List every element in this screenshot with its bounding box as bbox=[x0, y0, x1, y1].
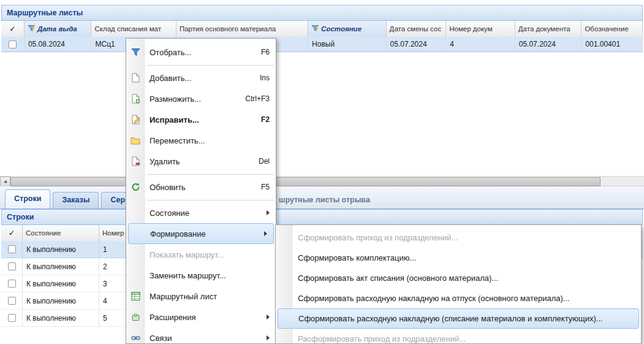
submenu-item-unform-receipt-from-divisions: Расформировать приход из подразделений..… bbox=[276, 329, 641, 344]
submenu-arrow-icon bbox=[267, 315, 270, 319]
cell-value: 2 bbox=[103, 262, 107, 271]
column-label: Номер докум bbox=[449, 25, 492, 32]
cell-value: Новый bbox=[312, 40, 335, 48]
horizontal-scrollbar[interactable]: ◄ bbox=[0, 176, 644, 186]
line-cell-col-line-state: К выполнению bbox=[23, 310, 99, 326]
menu-item-filter[interactable]: Отобрать...F6 bbox=[126, 42, 276, 63]
route-sheet-cell-col-check bbox=[1, 37, 25, 52]
cell-value: К выполнению bbox=[26, 297, 76, 305]
menu-item-state[interactable]: Состояние bbox=[126, 202, 276, 223]
cell-value: К выполнению bbox=[26, 280, 76, 288]
menu-item-label: Сформировать комплектацию... bbox=[298, 253, 416, 262]
line-cell-check bbox=[1, 275, 23, 292]
submenu-arrow-icon bbox=[267, 335, 270, 340]
cell-value: 05.07.2024 bbox=[519, 40, 556, 48]
top-grid-header-row: ✓Дата выдаСклад списания матПартия основ… bbox=[1, 21, 643, 37]
menu-item-label: Отобрать... bbox=[150, 48, 191, 57]
menu-item-extensions[interactable]: Расширения bbox=[126, 307, 276, 327]
row-checkbox[interactable] bbox=[8, 262, 16, 270]
row-checkbox[interactable] bbox=[8, 297, 16, 305]
cell-value: К выполнению bbox=[26, 314, 76, 323]
top-grid-header-col-issue-date[interactable]: Дата выда bbox=[25, 21, 92, 37]
submenu-item-form-kitting[interactable]: Сформировать комплектацию... bbox=[276, 248, 641, 268]
cell-value: К выполнению bbox=[26, 262, 76, 271]
column-label: ✓ bbox=[9, 25, 15, 33]
top-panel-title: Маршрутные листы bbox=[7, 9, 83, 17]
column-label: Партия основного материала bbox=[180, 25, 276, 32]
menu-item-replace-route[interactable]: Заменить маршрут... bbox=[126, 265, 276, 286]
route-sheet-row[interactable]: 05.08.2024МСц1Новый05.07.2024405.07.2024… bbox=[1, 37, 643, 52]
menu-item-formation[interactable]: Формирование bbox=[128, 223, 274, 244]
column-label: Состояние bbox=[321, 25, 362, 32]
menu-item-edit[interactable]: Исправить...F2 bbox=[126, 109, 276, 130]
submenu-arrow-icon bbox=[264, 231, 267, 236]
menu-item-shortcut: Del bbox=[259, 157, 270, 166]
menu-item-label: Сформировать приход из подразделений... bbox=[298, 233, 458, 242]
menu-item-add[interactable]: Добавить...Ins bbox=[126, 67, 276, 88]
route-sheet-icon bbox=[130, 292, 141, 301]
cell-value: МСц1 bbox=[95, 40, 115, 48]
refresh-icon bbox=[130, 183, 141, 192]
filter-icon bbox=[130, 48, 141, 57]
top-grid-header-col-state-change-date[interactable]: Дата смены сос bbox=[387, 21, 447, 37]
route-sheet-cell-col-state-change-date: 05.07.2024 bbox=[387, 37, 447, 52]
scrollbar-thumb[interactable] bbox=[10, 177, 600, 186]
tab-lines[interactable]: Строки bbox=[5, 189, 50, 208]
row-checkbox[interactable] bbox=[9, 40, 17, 48]
bottom-grid-header-col-line-state[interactable]: Состояние bbox=[23, 225, 99, 241]
column-label: Склад списания мат bbox=[94, 25, 161, 32]
menu-item-refresh[interactable]: ОбновитьF5 bbox=[126, 177, 276, 197]
tab-route-sheets-tear-off-fragment[interactable]: шрутные листы отрыва bbox=[279, 196, 370, 204]
route-sheet-cell-col-designation: 001.00401 bbox=[581, 37, 643, 52]
route-sheet-cell-col-state: Новый bbox=[308, 37, 387, 52]
tab-orders[interactable]: Заказы bbox=[53, 192, 99, 208]
top-grid-header-col-doc-date[interactable]: Дата документа bbox=[515, 21, 582, 37]
menu-item-move[interactable]: Переместить... bbox=[126, 130, 276, 151]
menu-item-links[interactable]: Связи bbox=[126, 327, 276, 344]
line-cell-check bbox=[1, 258, 23, 275]
top-grid-header-col-doc-number[interactable]: Номер докум bbox=[446, 21, 515, 37]
line-cell-check bbox=[1, 310, 23, 326]
menu-item-route-sheet[interactable]: Маршрутный лист bbox=[126, 286, 276, 307]
bottom-panel-title: Строки bbox=[7, 213, 34, 221]
menu-item-label: Маршрутный лист bbox=[150, 292, 217, 301]
column-label: Номер bbox=[102, 229, 124, 237]
submenu-item-form-writeoff-act[interactable]: Сформировать акт списания (основного мат… bbox=[276, 268, 641, 288]
top-grid-empty-area bbox=[1, 52, 643, 176]
menu-item-label: Сформировать акт списания (основного мат… bbox=[298, 273, 498, 283]
submenu-item-form-issue-invoice[interactable]: Сформировать расходную накладную на отпу… bbox=[276, 288, 641, 308]
menu-item-delete[interactable]: УдалитьDel bbox=[126, 151, 276, 172]
menu-item-label: Связи bbox=[150, 334, 172, 343]
menu-item-shortcut: F5 bbox=[261, 183, 270, 191]
bottom-grid-header-col-check[interactable]: ✓ bbox=[1, 225, 23, 241]
add-document-icon bbox=[130, 73, 141, 83]
top-grid-header-col-main-material-batch[interactable]: Партия основного материала bbox=[176, 21, 308, 37]
submenu-item-form-expense-invoice[interactable]: Сформировать расходную накладную (списан… bbox=[278, 308, 639, 329]
menu-item-label: Добавить... bbox=[150, 74, 191, 83]
menu-item-label: Обновить bbox=[150, 183, 186, 192]
top-grid-header-col-writeoff-warehouse[interactable]: Склад списания мат bbox=[91, 21, 176, 37]
menu-item-label: Расформировать приход из подразделений..… bbox=[298, 334, 466, 343]
row-checkbox[interactable] bbox=[8, 280, 16, 288]
menu-item-label: Сформировать расходную накладную (списан… bbox=[298, 314, 603, 323]
cell-value: 1 bbox=[103, 245, 107, 254]
row-checkbox[interactable] bbox=[8, 314, 16, 322]
links-icon bbox=[130, 334, 141, 343]
line-cell-check bbox=[1, 241, 23, 258]
top-grid-header-col-check[interactable]: ✓ bbox=[1, 21, 25, 37]
route-sheet-cell-col-doc-number: 4 bbox=[446, 37, 515, 52]
scroll-left-button-icon[interactable]: ◄ bbox=[0, 177, 10, 187]
cell-value: 05.08.2024 bbox=[28, 40, 65, 48]
menu-item-duplicate[interactable]: Размножить...Ctrl+F3 bbox=[126, 88, 276, 109]
top-grid-header-col-state[interactable]: Состояние bbox=[308, 21, 387, 37]
menu-item-shortcut: F2 bbox=[261, 115, 270, 124]
tab-label: Сер bbox=[110, 196, 125, 204]
row-checkbox[interactable] bbox=[8, 245, 16, 253]
menu-item-label: Расширения bbox=[150, 313, 196, 322]
line-cell-col-line-state: К выполнению bbox=[23, 275, 99, 292]
menu-item-label: Переместить... bbox=[150, 136, 205, 145]
top-grid-header-col-designation[interactable]: Обозначение bbox=[581, 21, 643, 37]
menu-item-label: Показать маршрут... bbox=[150, 250, 224, 259]
menu-item-label: Формирование bbox=[150, 229, 206, 239]
menu-separator bbox=[126, 172, 276, 177]
